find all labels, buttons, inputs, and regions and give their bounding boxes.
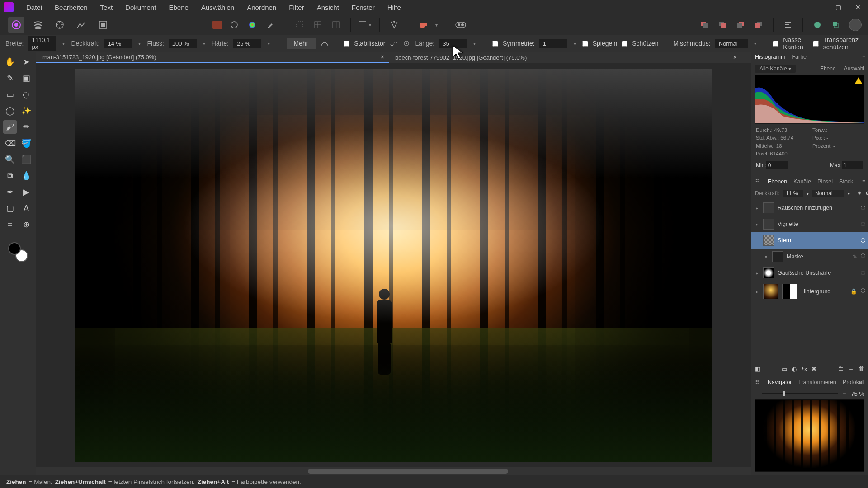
zoom-value[interactable]: 75 % (851, 390, 864, 397)
crop-tool[interactable]: ▣ (19, 71, 33, 85)
paint-brush-tool[interactable]: 🖌 (3, 120, 17, 134)
layer-hintergrund[interactable]: ▸ Hintergrund 🔒 (751, 281, 868, 302)
canvas[interactable] (36, 63, 751, 467)
menu-anordnen[interactable]: Anordnen (241, 1, 283, 14)
arrange-front-icon[interactable] (752, 19, 765, 31)
circle-tool-icon[interactable] (228, 19, 241, 31)
histo-ebene-link[interactable]: Ebene (820, 66, 836, 72)
layer-rauschen[interactable]: ▸ Rauschen hinzufügen (751, 200, 868, 216)
persona-photo-button[interactable] (8, 17, 24, 33)
persona-develop-button[interactable] (52, 17, 68, 33)
menu-auswaehlen[interactable]: Auswählen (195, 1, 241, 14)
edit-all-layers-icon[interactable]: ◧ (755, 366, 760, 372)
stock-tab[interactable]: Stock (839, 178, 853, 185)
more-button[interactable]: Mehr (287, 38, 316, 49)
live-filter-icon[interactable]: ✖ (811, 366, 816, 372)
window-minimize-button[interactable]: — (808, 0, 828, 14)
nav-handle-icon[interactable]: ⠿ (755, 379, 760, 386)
persona-tone-button[interactable] (73, 17, 90, 33)
navigator-preview[interactable] (755, 399, 864, 472)
selection-brush-tool[interactable]: ◯ (3, 104, 17, 117)
symmetry-input[interactable]: 1 (539, 39, 567, 48)
ebenen-tab[interactable]: Ebenen (768, 178, 787, 185)
protect-checkbox[interactable] (622, 41, 627, 47)
color-picker-tool[interactable]: ✎ (3, 71, 17, 85)
document-tab-1-close[interactable]: × (381, 53, 384, 61)
grid-thirds-icon[interactable] (330, 19, 342, 31)
grid-dotted-icon[interactable] (293, 19, 306, 31)
zoom-tool[interactable]: ⊕ (19, 218, 33, 231)
delete-layer-icon[interactable]: 🗑 (859, 365, 864, 373)
node-tool[interactable]: ▶ (19, 185, 33, 199)
arrange-forward-icon[interactable] (734, 19, 747, 31)
menu-ansicht[interactable]: Ansicht (311, 1, 345, 14)
snapping-dropdown[interactable]: ▾ (359, 21, 371, 28)
menu-ebene[interactable]: Ebene (162, 1, 194, 14)
color-wheel-icon[interactable] (246, 19, 259, 31)
blur-brush-tool[interactable]: 💧 (19, 169, 33, 183)
histo-auswahl-link[interactable]: Auswahl (844, 66, 864, 72)
account-avatar[interactable] (849, 19, 862, 31)
color-swatch[interactable] (8, 242, 28, 262)
eyedropper-top-icon[interactable] (264, 19, 277, 31)
layer-vignette[interactable]: ▸ Vignette (751, 216, 868, 232)
zoom-in-button[interactable]: ＋ (841, 389, 847, 398)
palette-swap-icon[interactable] (417, 19, 430, 31)
protect-alpha-checkbox[interactable] (813, 41, 819, 47)
nav-menu-icon[interactable]: ≡ (859, 379, 862, 385)
pixel-brush-tool[interactable]: ✏ (19, 120, 33, 134)
adjustment-layer-icon[interactable]: ◐ (792, 366, 797, 372)
document-tab-1[interactable]: man-3151723_1920.jpg [Geändert] (75.0%)× (36, 52, 389, 63)
menu-hilfe[interactable]: Hilfe (381, 1, 407, 14)
pressure-width-icon[interactable] (320, 38, 329, 49)
pen-tool[interactable]: ✒ (3, 185, 17, 199)
layer-lock-icon[interactable]: ✶ (857, 190, 862, 197)
arrange-back-icon[interactable] (698, 19, 711, 31)
layer-stern[interactable]: Stern (751, 232, 868, 249)
selection-rect-tool[interactable]: ▭ (3, 88, 17, 101)
align-icon[interactable] (782, 19, 794, 31)
mirror-checkbox[interactable] (582, 41, 588, 47)
flow-input[interactable]: 100 % (169, 39, 197, 48)
menu-datei[interactable]: Datei (20, 1, 48, 14)
clone-brush-tool[interactable]: ⧉ (3, 169, 17, 183)
zoom-out-button[interactable]: − (755, 390, 759, 397)
panel-menu-icon[interactable]: ≡ (862, 54, 865, 60)
hardness-input[interactable]: 25 % (233, 39, 261, 48)
flood-select-tool[interactable]: ✨ (19, 104, 33, 117)
histo-max-input[interactable] (842, 161, 863, 169)
assistant-a-icon[interactable] (388, 19, 401, 31)
burn-tool[interactable]: ⬛ (19, 153, 33, 166)
menu-dokument[interactable]: Dokument (119, 1, 162, 14)
lock-icon[interactable]: 🔒 (850, 288, 857, 295)
farbe-tab[interactable]: Farbe (792, 54, 807, 60)
layer-cog-icon[interactable]: ⚙ (865, 190, 868, 197)
symmetry-checkbox[interactable] (492, 41, 498, 47)
mask-layer-icon[interactable]: ▭ (782, 366, 787, 372)
edit-mask-icon[interactable]: ✎ (853, 253, 857, 260)
channels-select[interactable]: Alle Kanäle ▾ (755, 65, 796, 73)
length-input[interactable]: 35 (439, 39, 467, 48)
quickmask-icon[interactable] (454, 19, 467, 31)
width-input[interactable]: 1110,1 px (28, 36, 56, 51)
histo-min-input[interactable] (766, 161, 788, 169)
dodge-tool[interactable]: 🔍 (3, 153, 17, 166)
mesh-warp-tool[interactable]: ⌗ (3, 218, 17, 231)
menu-filter[interactable]: Filter (283, 1, 310, 14)
move-tool[interactable]: ➤ (19, 55, 33, 69)
duplicate-top-icon[interactable] (829, 19, 842, 31)
persona-export-button[interactable] (95, 17, 111, 33)
menu-bearbeiten[interactable]: Bearbeiten (48, 1, 94, 14)
menu-text[interactable]: Text (94, 1, 119, 14)
add-pixel-layer-icon[interactable]: ＋ (848, 365, 854, 373)
opacity-input[interactable]: 14 % (104, 39, 132, 48)
shape-rect-tool[interactable]: ▢ (3, 202, 17, 215)
window-stabilizer-icon[interactable] (402, 38, 410, 49)
stabilizer-checkbox[interactable] (344, 41, 349, 47)
artboard[interactable] (75, 69, 712, 462)
view-tool[interactable]: ✋ (3, 55, 17, 69)
layer-opacity-input[interactable]: 11 % (783, 190, 803, 197)
window-maximize-button[interactable]: ▢ (828, 0, 848, 14)
layer-gauss[interactable]: ▸ Gaußsche Unschärfe (751, 265, 868, 281)
grid-solid-icon[interactable] (311, 19, 324, 31)
